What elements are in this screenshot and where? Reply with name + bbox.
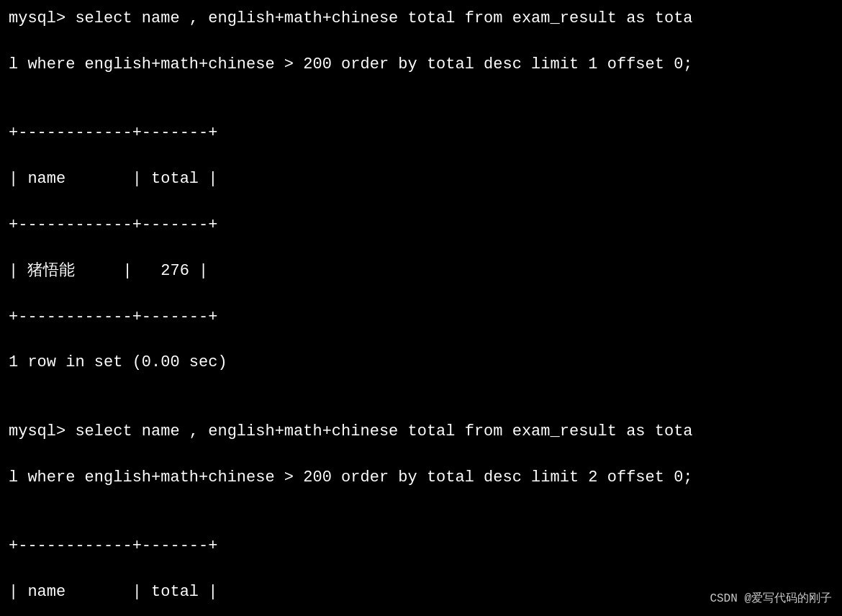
terminal-line: mysql> select name , english+math+chines… [9,420,833,443]
terminal-line: l where english+math+chinese > 200 order… [9,466,833,489]
terminal-line: +------------+-------+ [9,122,833,145]
terminal-window: mysql> select name , english+math+chines… [0,0,842,616]
terminal-content: mysql> select name , english+math+chines… [9,7,833,616]
terminal-line: l where english+math+chinese > 200 order… [9,53,833,76]
terminal-line: mysql> select name , english+math+chines… [9,7,833,30]
terminal-line: +------------+-------+ [9,214,833,237]
terminal-line: | name | total | [9,168,833,191]
watermark: CSDN @爱写代码的刚子 [710,591,832,606]
terminal-line: | 猪悟能 | 276 | [9,260,833,283]
terminal-line: 1 row in set (0.00 sec) [9,351,833,374]
terminal-line: +------------+-------+ [9,535,833,558]
terminal-line: +------------+-------+ [9,306,833,329]
